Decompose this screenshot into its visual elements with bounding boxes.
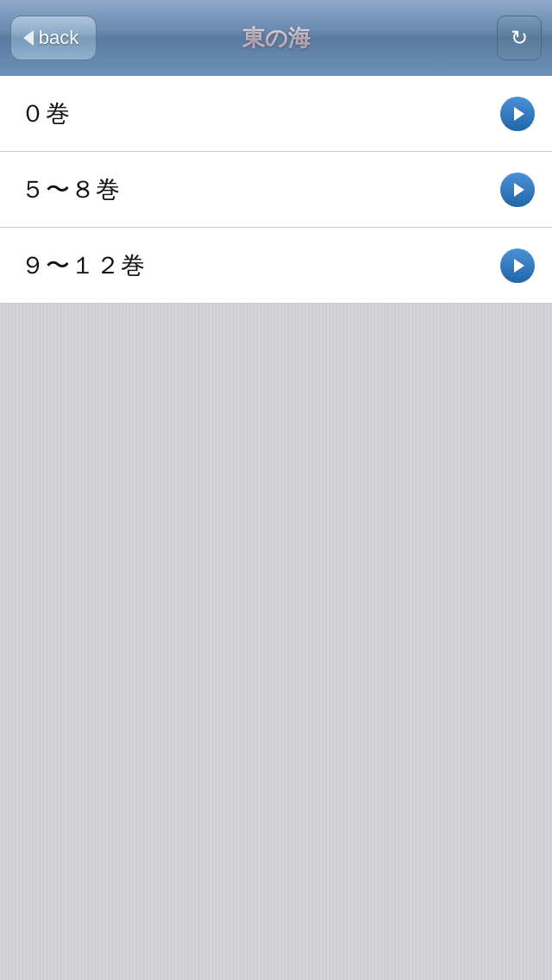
list-item-5-8[interactable]: ５〜８巻 (0, 152, 552, 228)
page-title: 東の海 (242, 23, 310, 53)
back-button-label: back (39, 27, 78, 49)
chevron-icon-0 (500, 97, 535, 131)
list-item-9-12[interactable]: ９〜１２巻 (0, 228, 552, 304)
list-item-label-9-12: ９〜１２巻 (21, 249, 146, 282)
list-item-0[interactable]: ０巻 (0, 76, 552, 152)
list-item-label-0: ０巻 (21, 97, 71, 130)
back-button[interactable]: back (10, 16, 97, 60)
list-item-label-5-8: ５〜８巻 (21, 173, 121, 206)
refresh-icon: ↻ (511, 26, 528, 50)
navigation-bar: back 東の海 ↻ (0, 0, 552, 76)
list-container: ０巻 ５〜８巻 ９〜１２巻 (0, 76, 552, 304)
chevron-icon-5-8 (500, 173, 535, 207)
chevron-icon-9-12 (500, 248, 535, 283)
empty-area (0, 304, 552, 959)
refresh-button[interactable]: ↻ (497, 16, 542, 60)
